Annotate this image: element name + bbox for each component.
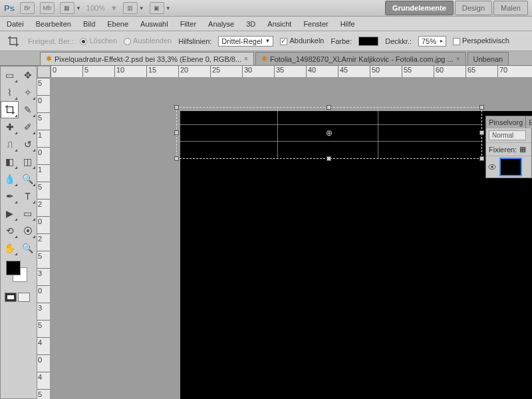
crop-handle[interactable] [479,105,484,110]
tab-doc-1[interactable]: ✱Pixelquadratur-Effekt-2.psd bei 33,3% (… [40,52,254,65]
workspace-malen[interactable]: Malen [493,1,528,15]
farbe-label: Farbe: [331,37,352,45]
menu-analyse[interactable]: Analyse [208,20,234,28]
lock-transparent-icon[interactable]: ▦ [519,145,526,154]
ruler-origin[interactable] [37,66,51,78]
mini-bridge-button[interactable]: Mb [40,2,55,14]
menu-auswahl[interactable]: Auswahl [140,20,168,28]
screen-mode-dropdown[interactable]: ▣▼ [150,2,171,14]
history-brush-tool[interactable]: ↺ [19,136,37,153]
panel-tab-layers[interactable]: Eb [526,116,532,128]
crop-handle[interactable] [174,105,179,110]
3d-camera-tool[interactable]: ⦿ [19,222,37,239]
close-icon[interactable]: × [456,55,460,63]
view-extras-dropdown[interactable]: ▦▼ [60,2,81,14]
options-bar: Freigest. Ber.: Löschen Ausblenden Hilfs… [0,31,532,51]
crop-handle[interactable] [174,130,179,135]
deckkraft-label: Deckkr.: [385,37,412,45]
crop-handle[interactable] [327,156,331,161]
radio-loeschen[interactable]: Löschen [80,37,117,45]
crop-handle[interactable] [479,130,484,135]
workspace-design[interactable]: Design [455,1,492,15]
layer-row[interactable] [486,156,531,178]
crop-center-icon: ⊕ [325,128,334,138]
marquee-tool[interactable]: ▭ [1,66,19,84]
toolbox: ▭ ✥ ⌇ ✧ ✎ ✚ ✐ ⎍ ↺ ◧ ◫ 💧 🔍 ✒ T ▶ ▭ ⟲ ⦿ ✋ … [0,66,37,399]
type-tool[interactable]: T [19,188,37,205]
ruler-vertical[interactable]: 5051015202530354045 [37,78,51,399]
zoom-tool[interactable]: 🔍 [19,239,37,257]
clone-stamp-tool[interactable]: ⎍ [1,136,19,153]
menu-3d[interactable]: 3D [246,20,255,28]
color-swatches[interactable] [5,261,33,287]
radio-ausblenden[interactable]: Ausblenden [124,37,172,45]
hilfslinien-label: Hilfslinien: [178,37,211,45]
magic-wand-tool[interactable]: ✧ [19,84,37,101]
crop-selection[interactable]: ⊕ [176,107,482,159]
panel-tab-brush[interactable]: Pinselvorg [486,116,526,128]
canvas-area: 0510152025303540455055606570 50510152025… [37,66,532,399]
healing-brush-tool[interactable]: ✚ [1,118,19,136]
menu-filter[interactable]: Filter [180,20,196,28]
tab-doc-3[interactable]: Unbenan [467,52,509,65]
tab-doc-2[interactable]: ✱Fotolia_14982670_XLAmir Kaljikovic - Fo… [255,52,466,65]
crop-handle[interactable] [327,105,331,110]
app-logo: Ps [4,3,15,13]
menubar: Datei Bearbeiten Bild Ebene Auswahl Filt… [0,17,532,31]
lasso-tool[interactable]: ⌇ [1,84,19,101]
app-topbar: Ps Br Mb ▦▼ 100%▼ ▥▼ ▣▼ Grundelemente De… [0,0,532,17]
arrange-docs-dropdown[interactable]: ▥▼ [123,2,144,14]
document-tabs: ✱Pixelquadratur-Effekt-2.psd bei 33,3% (… [0,51,532,66]
opacity-input[interactable]: 75%▸ [418,36,446,47]
shield-color-swatch[interactable] [358,37,378,46]
shape-tool[interactable]: ▭ [19,205,37,222]
hand-tool[interactable]: ✋ [1,239,19,257]
menu-ansicht[interactable]: Ansicht [267,20,291,28]
menu-hilfe[interactable]: Hilfe [340,20,355,28]
ruler-horizontal[interactable]: 0510152025303540455055606570 [51,66,532,78]
crop-handle[interactable] [174,156,179,161]
lock-label: Fixieren: [489,146,517,154]
path-select-tool[interactable]: ▶ [1,205,19,222]
guide-mode-select[interactable]: Drittel-Regel▼ [218,36,273,47]
blur-tool[interactable]: 💧 [1,170,19,188]
menu-bild[interactable]: Bild [83,20,95,28]
crop-tool-icon[interactable] [5,34,21,49]
3d-tool[interactable]: ⟲ [1,222,19,239]
menu-ebene[interactable]: Ebene [107,20,128,28]
layer-thumbnail[interactable] [499,158,522,176]
gradient-tool[interactable]: ◫ [19,153,37,170]
blend-mode-select[interactable]: Normal [489,130,526,140]
dodge-tool[interactable]: 🔍 [19,170,37,188]
pen-tool[interactable]: ✒ [1,188,19,205]
freigest-label: Freigest. Ber.: [28,37,73,45]
zoom-level[interactable]: 100% [86,4,105,12]
eraser-tool[interactable]: ◧ [1,153,19,170]
layers-panel: PinselvorgEb Normal Fixieren:▦ [485,116,532,178]
crop-tool[interactable] [1,101,19,118]
menu-datei[interactable]: Datei [7,20,24,28]
menu-fenster[interactable]: Fenster [303,20,328,28]
close-icon[interactable]: × [244,55,248,63]
svg-point-1 [491,166,493,168]
brush-tool[interactable]: ✐ [19,118,37,136]
checkbox-abdunkeln[interactable]: Abdunkeln [280,37,324,45]
move-tool[interactable]: ✥ [19,66,37,84]
eyedropper-tool[interactable]: ✎ [19,101,37,118]
visibility-icon[interactable] [487,162,497,172]
checkbox-perspektivisch[interactable]: Perspektivisch [453,37,509,45]
crop-handle[interactable] [479,156,484,161]
quickmask-toggle[interactable] [1,291,37,303]
bridge-button[interactable]: Br [20,2,35,14]
menu-bearbeiten[interactable]: Bearbeiten [36,20,71,28]
workspace-grundelemente[interactable]: Grundelemente [385,1,454,15]
foreground-color[interactable] [6,261,21,275]
